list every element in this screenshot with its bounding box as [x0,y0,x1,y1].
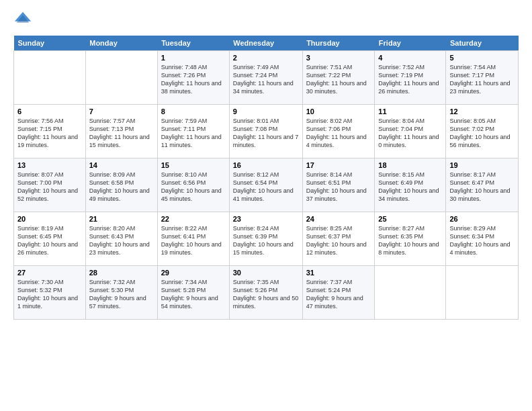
day-number: 21 [89,215,154,223]
calendar-cell: 26Sunrise: 8:29 AM Sunset: 6:34 PM Dayli… [446,212,519,266]
calendar-cell: 20Sunrise: 8:19 AM Sunset: 6:45 PM Dayli… [14,212,86,266]
calendar-cell: 21Sunrise: 8:20 AM Sunset: 6:43 PM Dayli… [85,212,157,266]
day-number: 11 [378,107,442,116]
day-number: 5 [449,54,515,62]
calendar-cell [14,51,86,105]
day-number: 22 [161,215,226,223]
day-number: 13 [17,161,82,169]
day-info: Sunrise: 7:30 AM Sunset: 5:32 PM Dayligh… [17,278,82,311]
day-info: Sunrise: 8:10 AM Sunset: 6:56 PM Dayligh… [161,171,226,203]
calendar-cell: 4Sunrise: 7:52 AM Sunset: 7:19 PM Daylig… [375,51,446,105]
day-number: 20 [17,215,82,223]
calendar-cell: 24Sunrise: 8:25 AM Sunset: 6:37 PM Dayli… [302,212,375,266]
day-number: 1 [161,54,226,62]
logo-icon [13,10,32,29]
day-number: 7 [89,107,154,116]
calendar-cell: 22Sunrise: 8:22 AM Sunset: 6:41 PM Dayli… [157,212,229,266]
day-info: Sunrise: 7:57 AM Sunset: 7:13 PM Dayligh… [89,117,154,150]
week-row-4: 20Sunrise: 8:19 AM Sunset: 6:45 PM Dayli… [14,212,519,266]
calendar-cell: 25Sunrise: 8:27 AM Sunset: 6:35 PM Dayli… [375,212,446,266]
day-number: 16 [233,161,299,169]
day-number: 10 [306,107,371,116]
weekday-header-wednesday: Wednesday [229,36,302,51]
logo [13,10,35,29]
day-number: 2 [233,54,299,62]
day-info: Sunrise: 7:56 AM Sunset: 7:15 PM Dayligh… [17,117,82,150]
day-info: Sunrise: 7:51 AM Sunset: 7:22 PM Dayligh… [306,63,371,96]
day-info: Sunrise: 7:52 AM Sunset: 7:19 PM Dayligh… [378,63,442,96]
calendar-cell: 6Sunrise: 7:56 AM Sunset: 7:15 PM Daylig… [14,105,86,158]
calendar-cell: 29Sunrise: 7:34 AM Sunset: 5:28 PM Dayli… [157,266,229,320]
calendar-cell: 31Sunrise: 7:37 AM Sunset: 5:24 PM Dayli… [302,266,375,320]
day-info: Sunrise: 8:27 AM Sunset: 6:35 PM Dayligh… [378,224,442,257]
day-info: Sunrise: 8:25 AM Sunset: 6:37 PM Dayligh… [306,224,371,257]
day-number: 3 [306,54,371,62]
calendar-cell: 5Sunrise: 7:54 AM Sunset: 7:17 PM Daylig… [446,51,519,105]
day-number: 31 [306,269,371,277]
day-info: Sunrise: 8:19 AM Sunset: 6:45 PM Dayligh… [17,224,82,257]
calendar-cell: 16Sunrise: 8:12 AM Sunset: 6:54 PM Dayli… [229,158,302,212]
day-info: Sunrise: 8:14 AM Sunset: 6:51 PM Dayligh… [306,171,371,203]
day-number: 17 [306,161,371,169]
calendar-cell: 12Sunrise: 8:05 AM Sunset: 7:02 PM Dayli… [446,105,519,158]
day-info: Sunrise: 8:09 AM Sunset: 6:58 PM Dayligh… [89,171,154,203]
calendar-cell: 13Sunrise: 8:07 AM Sunset: 7:00 PM Dayli… [14,158,86,212]
day-info: Sunrise: 8:22 AM Sunset: 6:41 PM Dayligh… [161,224,226,257]
weekday-header-tuesday: Tuesday [157,36,229,51]
weekday-header-saturday: Saturday [446,36,519,51]
day-info: Sunrise: 7:54 AM Sunset: 7:17 PM Dayligh… [449,63,515,96]
day-number: 6 [17,107,82,116]
day-number: 12 [449,107,515,116]
calendar-cell: 2Sunrise: 7:49 AM Sunset: 7:24 PM Daylig… [229,51,302,105]
calendar-cell: 18Sunrise: 8:15 AM Sunset: 6:49 PM Dayli… [375,158,446,212]
weekday-header-monday: Monday [85,36,157,51]
calendar-cell: 3Sunrise: 7:51 AM Sunset: 7:22 PM Daylig… [302,51,375,105]
day-number: 29 [161,269,226,277]
day-info: Sunrise: 8:29 AM Sunset: 6:34 PM Dayligh… [449,224,515,257]
day-number: 23 [233,215,299,223]
day-info: Sunrise: 7:37 AM Sunset: 5:24 PM Dayligh… [306,278,371,311]
calendar-cell: 1Sunrise: 7:48 AM Sunset: 7:26 PM Daylig… [157,51,229,105]
calendar-cell: 11Sunrise: 8:04 AM Sunset: 7:04 PM Dayli… [375,105,446,158]
day-number: 28 [89,269,154,277]
day-info: Sunrise: 8:15 AM Sunset: 6:49 PM Dayligh… [378,171,442,203]
week-row-2: 6Sunrise: 7:56 AM Sunset: 7:15 PM Daylig… [14,105,519,158]
calendar-cell: 27Sunrise: 7:30 AM Sunset: 5:32 PM Dayli… [14,266,86,320]
day-info: Sunrise: 8:04 AM Sunset: 7:04 PM Dayligh… [378,117,442,150]
day-number: 14 [89,161,154,169]
day-info: Sunrise: 7:59 AM Sunset: 7:11 PM Dayligh… [161,117,226,150]
calendar-cell: 30Sunrise: 7:35 AM Sunset: 5:26 PM Dayli… [229,266,302,320]
day-info: Sunrise: 8:24 AM Sunset: 6:39 PM Dayligh… [233,224,299,257]
calendar-cell: 7Sunrise: 7:57 AM Sunset: 7:13 PM Daylig… [85,105,157,158]
calendar-cell [85,51,157,105]
day-number: 26 [449,215,515,223]
week-row-1: 1Sunrise: 7:48 AM Sunset: 7:26 PM Daylig… [14,51,519,105]
calendar-cell: 17Sunrise: 8:14 AM Sunset: 6:51 PM Dayli… [302,158,375,212]
day-number: 9 [233,107,299,116]
day-info: Sunrise: 7:49 AM Sunset: 7:24 PM Dayligh… [233,63,299,96]
day-info: Sunrise: 8:20 AM Sunset: 6:43 PM Dayligh… [89,224,154,257]
day-number: 18 [378,161,442,169]
calendar-cell: 28Sunrise: 7:32 AM Sunset: 5:30 PM Dayli… [85,266,157,320]
calendar-cell: 15Sunrise: 8:10 AM Sunset: 6:56 PM Dayli… [157,158,229,212]
day-info: Sunrise: 8:01 AM Sunset: 7:08 PM Dayligh… [233,117,299,150]
calendar-cell: 14Sunrise: 8:09 AM Sunset: 6:58 PM Dayli… [85,158,157,212]
weekday-header-friday: Friday [375,36,446,51]
day-info: Sunrise: 8:07 AM Sunset: 7:00 PM Dayligh… [17,171,82,203]
day-info: Sunrise: 8:12 AM Sunset: 6:54 PM Dayligh… [233,171,299,203]
day-number: 19 [449,161,515,169]
day-number: 24 [306,215,371,223]
calendar-cell [446,266,519,320]
calendar-cell: 19Sunrise: 8:17 AM Sunset: 6:47 PM Dayli… [446,158,519,212]
calendar-cell: 9Sunrise: 8:01 AM Sunset: 7:08 PM Daylig… [229,105,302,158]
week-row-5: 27Sunrise: 7:30 AM Sunset: 5:32 PM Dayli… [14,266,519,320]
calendar-cell: 8Sunrise: 7:59 AM Sunset: 7:11 PM Daylig… [157,105,229,158]
day-number: 8 [161,107,226,116]
day-number: 30 [233,269,299,277]
calendar-cell: 23Sunrise: 8:24 AM Sunset: 6:39 PM Dayli… [229,212,302,266]
week-row-3: 13Sunrise: 8:07 AM Sunset: 7:00 PM Dayli… [14,158,519,212]
calendar-cell: 10Sunrise: 8:02 AM Sunset: 7:06 PM Dayli… [302,105,375,158]
day-info: Sunrise: 8:17 AM Sunset: 6:47 PM Dayligh… [449,171,515,203]
day-info: Sunrise: 8:05 AM Sunset: 7:02 PM Dayligh… [449,117,515,150]
weekday-header-thursday: Thursday [302,36,375,51]
